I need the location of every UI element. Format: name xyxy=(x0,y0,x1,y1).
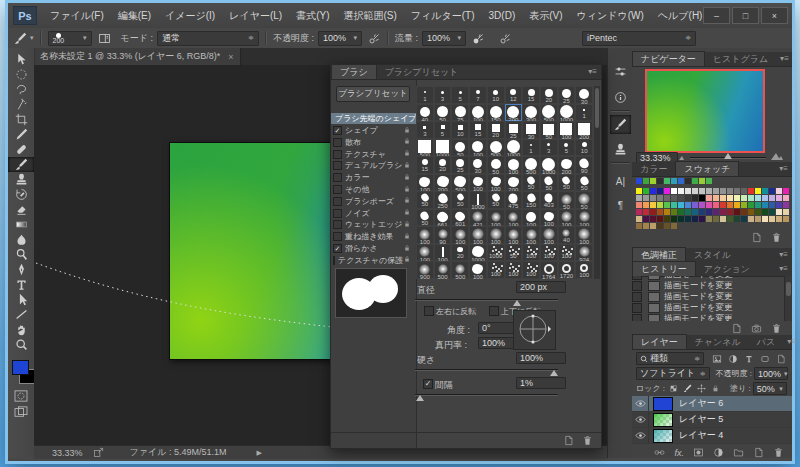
color-swatch[interactable] xyxy=(734,195,740,201)
brush-preset-cell[interactable]: 50 xyxy=(451,139,469,157)
brush-preset-cell[interactable]: 100 xyxy=(469,139,487,157)
brush-preset-cell[interactable]: 500 xyxy=(434,261,452,279)
history-source-checkbox[interactable] xyxy=(632,276,642,280)
layer-row[interactable]: レイヤー 5 xyxy=(632,412,792,428)
lock-icon[interactable] xyxy=(403,137,411,147)
color-swatch[interactable] xyxy=(650,223,656,229)
brush-preset-cell[interactable]: 1000 xyxy=(558,104,576,122)
color-swatch[interactable] xyxy=(755,188,761,194)
flow-input[interactable]: 100%▾ xyxy=(422,31,466,46)
filter-adjustment-icon[interactable] xyxy=(728,354,738,364)
brush-preset-cell[interactable]: 100 xyxy=(487,209,505,227)
brush-preset-cell[interactable]: 7 xyxy=(469,86,487,104)
color-swatch[interactable] xyxy=(762,202,768,208)
new-snapshot-icon[interactable] xyxy=(751,323,762,334)
info-panel-icon[interactable] xyxy=(610,88,631,107)
brush-preset-cell[interactable]: 1000 xyxy=(469,191,487,209)
brush-preset-cell[interactable]: 1 xyxy=(575,104,593,122)
delete-layer-icon[interactable] xyxy=(773,447,784,458)
color-swatch[interactable] xyxy=(734,188,740,194)
color-swatch[interactable] xyxy=(643,188,649,194)
brush-option-checkbox[interactable] xyxy=(333,185,342,194)
smudge-tool[interactable] xyxy=(8,232,34,247)
layer-visibility-toggle[interactable] xyxy=(632,396,649,411)
color-swatch[interactable] xyxy=(734,216,740,222)
brush-preset-cell[interactable]: 15 xyxy=(522,86,540,104)
adjustments-panel-menu-icon[interactable]: ▾≡ xyxy=(775,248,792,262)
history-item[interactable]: 描画モードを変更 xyxy=(632,314,784,321)
brush-preset-cell[interactable]: 100 xyxy=(451,226,469,244)
color-swatch[interactable] xyxy=(720,209,726,215)
swatches-tab-1[interactable]: スウォッチ xyxy=(675,161,739,176)
navigator-tab-0[interactable]: ナビゲーター xyxy=(632,51,705,66)
brush-preset-cell[interactable]: 20 xyxy=(540,86,558,104)
brush-preset-cell[interactable]: 100 xyxy=(416,226,434,244)
color-swatch[interactable] xyxy=(727,188,733,194)
brush-preset-cell[interactable]: 1000 xyxy=(505,139,523,157)
brush-preset-cell[interactable]: 100 xyxy=(575,226,593,244)
brush-preset-cell[interactable]: 50 xyxy=(575,191,593,209)
brush-preset-cell[interactable]: 200 xyxy=(505,104,523,122)
brush-preset-cell[interactable]: 100 xyxy=(558,121,576,139)
color-swatch[interactable] xyxy=(671,209,677,215)
close-button[interactable]: × xyxy=(761,7,788,24)
layer-visibility-toggle[interactable] xyxy=(632,428,649,443)
color-swatch[interactable] xyxy=(755,195,761,201)
new-layer-icon[interactable] xyxy=(753,447,764,458)
delete-swatch-icon[interactable] xyxy=(771,232,782,243)
color-swatch[interactable] xyxy=(762,216,768,222)
brush-option-2[interactable]: テクスチャ xyxy=(333,149,414,160)
brush-preset-cell[interactable]: 20 xyxy=(451,244,469,262)
history-panel-menu-icon[interactable]: ▾≡ xyxy=(775,262,792,276)
brush-option-checkbox[interactable] xyxy=(333,161,342,170)
brush-preset-cell[interactable]: 75 xyxy=(451,104,469,122)
brush-preset-cell[interactable]: 661 xyxy=(434,209,452,227)
navigator-panel-menu-icon[interactable]: ▾≡ xyxy=(776,52,793,66)
brush-option-3[interactable]: デュアルブラシ xyxy=(333,160,414,171)
airbrush-icon[interactable] xyxy=(472,32,485,45)
color-swatch[interactable] xyxy=(657,195,663,201)
menu-item-2[interactable]: イメージ(I) xyxy=(158,3,222,28)
brush-preset-cell[interactable]: 100 xyxy=(522,209,540,227)
color-swatch[interactable] xyxy=(727,216,733,222)
brush-preset-cell[interactable]: 900 xyxy=(416,261,434,279)
brush-preset-cell[interactable]: 500 xyxy=(451,174,469,192)
brush-preset-cell[interactable]: 100 xyxy=(558,209,576,227)
brush-preset-cell[interactable]: 3 xyxy=(540,139,558,157)
menu-item-5[interactable]: 選択範囲(S) xyxy=(337,3,404,28)
brush-panel-icon[interactable] xyxy=(610,115,631,134)
lock-all-icon[interactable] xyxy=(711,384,720,393)
paragraph-panel-icon[interactable]: ¶ xyxy=(610,196,631,215)
brush-preset-cell[interactable]: 15 xyxy=(469,121,487,139)
brush-tab-0[interactable]: ブラシ xyxy=(331,64,377,79)
layer-opacity-input[interactable]: 100%▾ xyxy=(754,367,788,380)
hardness-slider-thumb[interactable] xyxy=(550,370,558,376)
menu-item-0[interactable]: ファイル(F) xyxy=(43,3,111,28)
spacing-checkbox[interactable]: ✓ xyxy=(423,379,433,389)
color-swatch[interactable] xyxy=(685,202,691,208)
history-item[interactable]: 描画モードを変更 xyxy=(632,281,784,291)
color-swatch[interactable] xyxy=(741,202,747,208)
color-swatch[interactable] xyxy=(769,188,775,194)
color-swatch[interactable] xyxy=(657,209,663,215)
menu-item-7[interactable]: 3D(D) xyxy=(482,3,523,28)
color-swatch[interactable] xyxy=(671,188,677,194)
brush-preset-cell[interactable]: 403 xyxy=(540,191,558,209)
color-swatch[interactable] xyxy=(706,195,712,201)
color-swatch[interactable] xyxy=(713,188,719,194)
color-swatch[interactable] xyxy=(699,209,705,215)
hardness-slider[interactable] xyxy=(415,369,558,371)
brush-preset-cell[interactable]: 100 xyxy=(469,174,487,192)
color-swatch[interactable] xyxy=(783,202,789,208)
brush-tab-1[interactable]: ブラシプリセット xyxy=(377,65,467,79)
brush-preset-cell[interactable]: 250 xyxy=(434,191,452,209)
clone-stamp-panel-icon[interactable] xyxy=(610,140,631,159)
brush-preset-cell[interactable]: 100 xyxy=(540,209,558,227)
brush-preset-picker[interactable]: 200 ▾ xyxy=(48,31,92,46)
flip-x-checkbox[interactable] xyxy=(424,306,434,316)
brush-preset-cell[interactable]: 50 xyxy=(575,174,593,192)
brush-preset-cell[interactable]: 1 xyxy=(522,139,540,157)
color-swatch[interactable] xyxy=(755,202,761,208)
brush-preset-cell[interactable]: 100 xyxy=(487,226,505,244)
layers-tab-2[interactable]: パス xyxy=(749,335,783,349)
